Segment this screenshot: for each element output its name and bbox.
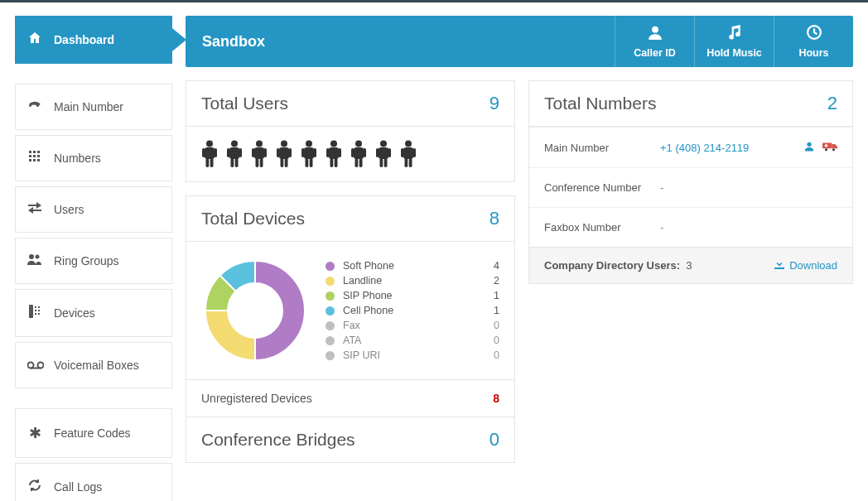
- hold-music-button[interactable]: Hold Music: [694, 16, 774, 67]
- person-icon: [276, 140, 292, 168]
- svg-rect-45: [281, 158, 284, 167]
- legend-row-cell-phone: Cell Phone 1: [326, 303, 499, 318]
- total-devices-card: Total Devices 8 Soft Phone 4: [186, 195, 515, 463]
- main-number-value[interactable]: +1 (408) 214-2119: [660, 142, 804, 154]
- svg-rect-48: [304, 147, 314, 159]
- svg-rect-4: [33, 155, 36, 157]
- topbar-label: Caller ID: [634, 47, 676, 59]
- svg-rect-30: [229, 147, 239, 159]
- svg-rect-69: [380, 158, 383, 167]
- music-icon: [727, 25, 742, 44]
- person-icon: [201, 140, 218, 168]
- svg-rect-43: [277, 148, 280, 157]
- sidebar-item-voicemail[interactable]: Voicemail Boxes: [15, 342, 172, 388]
- phone-icon: [27, 99, 42, 114]
- asterisk-icon: ✱: [27, 424, 42, 442]
- svg-rect-52: [310, 158, 313, 167]
- sidebar-item-devices[interactable]: Devices: [15, 289, 172, 337]
- svg-rect-66: [379, 147, 388, 159]
- download-icon: [774, 259, 784, 272]
- person-icon: [400, 140, 417, 168]
- legend-row-sip-uri: SIP URI 0: [326, 348, 499, 363]
- svg-point-18: [28, 363, 34, 369]
- sidebar-item-users[interactable]: Users: [15, 186, 172, 233]
- svg-point-21: [652, 26, 658, 32]
- unregistered-label: Unregistered Devices: [201, 392, 312, 405]
- svg-rect-39: [256, 158, 259, 167]
- person-icon: [326, 140, 342, 168]
- numbers-count: 2: [827, 93, 837, 114]
- svg-rect-1: [33, 151, 36, 153]
- topbar-label: Hours: [798, 47, 828, 59]
- svg-rect-7: [33, 159, 36, 161]
- svg-rect-36: [254, 147, 264, 159]
- svg-rect-32: [239, 148, 243, 157]
- dot-icon: [326, 321, 335, 330]
- svg-rect-46: [285, 158, 288, 167]
- dot-icon: [326, 306, 335, 316]
- svg-point-80: [832, 148, 835, 151]
- svg-rect-57: [330, 158, 334, 167]
- svg-point-65: [380, 141, 387, 147]
- total-users-card: Total Users 9: [186, 80, 515, 182]
- dot-icon: [326, 336, 335, 345]
- sidebar-label: Numbers: [54, 152, 101, 165]
- topbar-label: Hold Music: [706, 47, 762, 59]
- dot-icon: [326, 262, 335, 271]
- sidebar-label: Feature Codes: [54, 426, 131, 440]
- sidebar-item-call-logs[interactable]: Call Logs: [15, 463, 172, 501]
- dot-icon: [326, 351, 335, 360]
- svg-point-77: [807, 142, 811, 147]
- svg-rect-26: [215, 148, 218, 157]
- sidebar-label: Main Number: [54, 100, 123, 113]
- ambulance-icon[interactable]: [822, 141, 837, 154]
- company-directory-row: Company Directory Users: 3 Download: [529, 247, 852, 283]
- svg-point-53: [330, 141, 337, 147]
- caller-id-button[interactable]: Caller ID: [615, 16, 694, 67]
- download-link[interactable]: Download: [774, 259, 837, 272]
- sidebar-item-numbers[interactable]: Numbers: [15, 135, 172, 181]
- legend-row-sip-phone: SIP Phone 1: [326, 288, 499, 303]
- svg-rect-49: [301, 148, 305, 157]
- unregistered-count: 8: [493, 392, 499, 405]
- devices-count: 8: [489, 208, 499, 229]
- svg-point-35: [256, 141, 263, 147]
- sidebar-label: Voicemail Boxes: [54, 359, 139, 372]
- group-icon: [27, 253, 42, 268]
- sidebar-item-feature-codes[interactable]: ✱ Feature Codes: [15, 408, 172, 458]
- svg-rect-25: [202, 148, 205, 157]
- svg-rect-74: [413, 148, 417, 157]
- sidebar-item-main-number[interactable]: Main Number: [15, 84, 172, 130]
- sidebar-label: Users: [54, 203, 84, 216]
- svg-rect-13: [38, 306, 40, 308]
- user-icon[interactable]: [804, 141, 814, 154]
- legend-row-fax: Fax 0: [326, 318, 499, 333]
- legend-row-ata: ATA 0: [326, 333, 499, 348]
- unregistered-devices-row: Unregistered Devices 8: [186, 379, 514, 417]
- voicemail-icon: [27, 358, 42, 373]
- dot-icon: [326, 291, 335, 301]
- svg-rect-28: [210, 158, 214, 167]
- svg-rect-15: [38, 310, 40, 311]
- person-icon: [350, 140, 367, 168]
- svg-point-41: [281, 141, 287, 147]
- svg-rect-12: [35, 306, 36, 308]
- total-numbers-card: Total Numbers 2 Main Number +1 (408) 214…: [528, 80, 853, 284]
- svg-point-59: [355, 141, 362, 147]
- svg-rect-54: [329, 147, 339, 159]
- svg-rect-17: [38, 313, 40, 315]
- svg-rect-5: [37, 155, 40, 157]
- sidebar-item-dashboard[interactable]: Dashboard: [15, 16, 172, 64]
- devices-legend: Soft Phone 4 Landline 2 SIP Phone: [326, 258, 499, 363]
- faxbox-number-row: Faxbox Number -: [529, 207, 852, 247]
- device-icon: [27, 305, 42, 321]
- sidebar-item-ring-groups[interactable]: Ring Groups: [15, 238, 172, 284]
- hours-button[interactable]: Hours: [774, 16, 853, 67]
- svg-rect-76: [409, 158, 412, 167]
- svg-point-9: [29, 254, 34, 259]
- legend-row-soft-phone: Soft Phone 4: [326, 258, 499, 273]
- svg-point-79: [825, 148, 827, 151]
- transfer-icon: [27, 202, 42, 217]
- svg-rect-37: [252, 148, 255, 157]
- svg-rect-72: [403, 147, 413, 159]
